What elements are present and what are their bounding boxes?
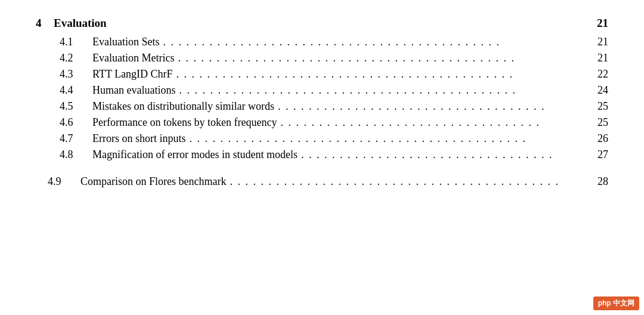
dots-4-7: . . . . . . . . . . . . . . . . . . . . … bbox=[190, 132, 589, 145]
dots-4-1: . . . . . . . . . . . . . . . . . . . . … bbox=[163, 36, 588, 48]
subsection-title-4-8: Magnification of error modes in student … bbox=[92, 149, 298, 161]
dots-4-4: . . . . . . . . . . . . . . . . . . . . … bbox=[179, 84, 588, 97]
subsection-title-4-3: RTT LangID ChrF bbox=[92, 68, 173, 81]
page-content: 4 Evaluation 21 4.1 Evaluation Sets . . … bbox=[0, 0, 644, 208]
dots-4-6: . . . . . . . . . . . . . . . . . . . . … bbox=[280, 116, 588, 129]
subsection-title-4-7: Errors on short inputs bbox=[92, 132, 186, 145]
toc-row-4-1: 4.1 Evaluation Sets . . . . . . . . . . … bbox=[36, 36, 608, 48]
main-section-number: 4 bbox=[36, 17, 54, 30]
dots-4-9: . . . . . . . . . . . . . . . . . . . . … bbox=[230, 175, 588, 188]
dots-4-5: . . . . . . . . . . . . . . . . . . . . … bbox=[278, 100, 588, 113]
subsection-title-4-5: Mistakes on distributionally similar wor… bbox=[92, 100, 274, 113]
page-4-5: 25 bbox=[592, 100, 608, 113]
page-4-9: 28 bbox=[592, 175, 608, 188]
main-section-title: Evaluation bbox=[54, 17, 107, 30]
subsection-number-4-4: 4.4 bbox=[60, 84, 92, 97]
toc-row-4-4: 4.4 Human evaluations . . . . . . . . . … bbox=[36, 84, 608, 97]
page-4-7: 26 bbox=[592, 132, 608, 145]
subsection-number-4-2: 4.2 bbox=[60, 52, 92, 64]
subsection-number-4-1: 4.1 bbox=[60, 36, 92, 48]
subsection-number-4-8: 4.8 bbox=[60, 149, 92, 161]
page-4-8: 27 bbox=[592, 149, 608, 161]
subsection-number-4-6: 4.6 bbox=[60, 116, 92, 129]
page-4-4: 24 bbox=[592, 84, 608, 97]
toc-row-4-3: 4.3 RTT LangID ChrF . . . . . . . . . . … bbox=[36, 68, 608, 81]
subsection-number-4-9: 4.9 bbox=[48, 175, 80, 188]
subsection-title-4-1: Evaluation Sets bbox=[92, 36, 159, 48]
subsection-title-4-6: Performance on tokens by token frequency bbox=[92, 116, 277, 129]
subsection-number-4-7: 4.7 bbox=[60, 132, 92, 145]
toc-row-4-7: 4.7 Errors on short inputs . . . . . . .… bbox=[36, 132, 608, 145]
toc-row-4-5: 4.5 Mistakes on distributionally similar… bbox=[36, 100, 608, 113]
toc-row-4-8: 4.8 Magnification of error modes in stud… bbox=[36, 149, 608, 161]
toc-row-4-2: 4.2 Evaluation Metrics . . . . . . . . .… bbox=[36, 52, 608, 64]
spacer bbox=[36, 165, 608, 175]
dots-4-8: . . . . . . . . . . . . . . . . . . . . … bbox=[301, 149, 588, 161]
subsection-title-4-2: Evaluation Metrics bbox=[92, 52, 174, 64]
page-4-3: 22 bbox=[592, 68, 608, 81]
dots-4-3: . . . . . . . . . . . . . . . . . . . . … bbox=[177, 68, 588, 81]
page-4-6: 25 bbox=[592, 116, 608, 129]
dots-main bbox=[110, 17, 588, 30]
subsection-title-4-9: Comparison on Flores benchmark bbox=[80, 175, 226, 188]
toc-row-4-6: 4.6 Performance on tokens by token frequ… bbox=[36, 116, 608, 129]
page-4-1: 21 bbox=[592, 36, 608, 48]
toc-row-4-9: 4.9 Comparison on Flores benchmark . . .… bbox=[36, 175, 608, 188]
watermark: php 中文网 bbox=[593, 297, 639, 310]
toc-section: 4 Evaluation 21 4.1 Evaluation Sets . . … bbox=[36, 17, 608, 188]
page-4-2: 21 bbox=[592, 52, 608, 64]
subsection-title-4-4: Human evaluations bbox=[92, 84, 175, 97]
subsection-number-4-3: 4.3 bbox=[60, 68, 92, 81]
dots-4-2: . . . . . . . . . . . . . . . . . . . . … bbox=[178, 52, 588, 64]
subsection-number-4-5: 4.5 bbox=[60, 100, 92, 113]
main-section-page: 21 bbox=[592, 17, 608, 30]
toc-main-heading: 4 Evaluation 21 bbox=[36, 17, 608, 30]
